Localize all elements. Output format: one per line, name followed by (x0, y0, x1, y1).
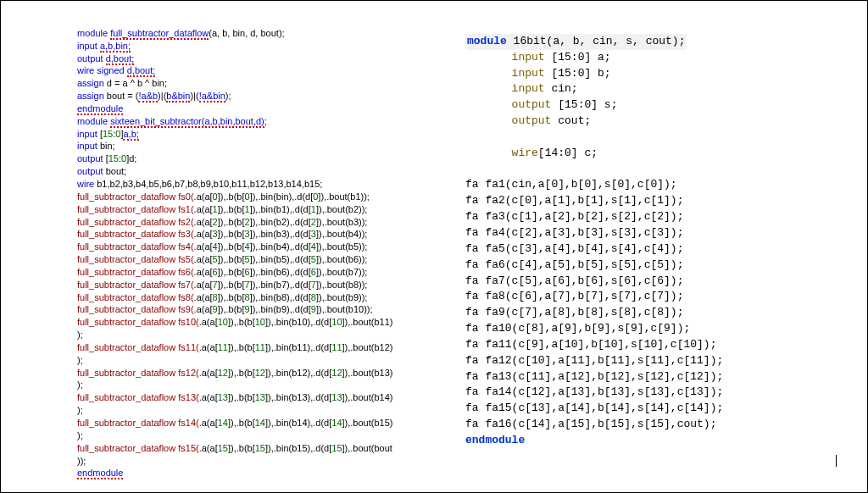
module-name: full_subtractor_dataflow (110, 28, 209, 40)
r-out-cout-tail: cout; (551, 114, 591, 127)
r-output-cout: output (512, 114, 552, 127)
r-in-cin-tail: cin; (545, 82, 578, 95)
wire-list: d,bout; (127, 65, 156, 77)
text-cursor (836, 455, 837, 467)
fa-line: fa fa5(c[3],a[4],b[4],s[4],c[4]); (465, 241, 852, 258)
output-bout: bout; (106, 166, 126, 176)
sp (465, 114, 512, 127)
r-in-b-tail: [15:0] b; (545, 67, 611, 80)
fs-line: full_subtractor_dataflow fs2(.a(a[2]),.b… (77, 216, 442, 229)
module2-name: sixteen_bit_subtractor(a,b,bin,bout,d) (110, 116, 264, 128)
bo-b: !a&b (138, 91, 158, 102)
fa-line: fa fa6(c[4],a[5],b[5],s[5],c[5]); (465, 258, 852, 274)
fs-line: full_subtractor_dataflow fs4(.a(a[4]),.b… (77, 241, 442, 253)
kw-output3: output (77, 166, 106, 176)
code-left-column: module full_subtractor_dataflow(a, b, bi… (77, 14, 442, 485)
assign-d: d = a ^ b ^ bin; (107, 78, 167, 88)
kw-output: output (77, 53, 106, 64)
sp (465, 82, 512, 95)
input-list: a,b,bin; (100, 41, 131, 53)
fa-line: fa fa7(c[5],a[6],b[6],s[6],c[6]); (465, 274, 852, 290)
fa-line: fa fa13(c[11],a[12],b[12],s[12],c[12]); (465, 369, 852, 385)
fs-line: full_subtractor_dataflow fs6(.a(a[6]),.b… (77, 266, 442, 279)
fa-line: fa fa4(c[2],a[3],b[3],s[3],c[3]); (465, 225, 852, 241)
input-bin: bin; (100, 141, 115, 151)
fs-line: full_subtractor_dataflow fs0(.a(a[0]),.b… (77, 191, 442, 203)
mod-args: (a, b, bin, d, bout); (209, 28, 284, 38)
r-input-a: input (512, 51, 545, 64)
fs-line-wrap: full_subtractor_dataflow fs10(.a(a[10]),… (77, 316, 442, 341)
fs-line-wrap: full_subtractor_dataflow fs13(.a(a[13]),… (77, 391, 442, 417)
fa-line: fa fa10(c[8],a[9],b[9],s[9],c[9]); (465, 321, 852, 337)
r-input-b: input (512, 67, 545, 80)
kw-assign: assign (77, 78, 107, 88)
bo-e: )|( (190, 91, 198, 101)
r-wire-tail: [14:0] c; (538, 147, 598, 159)
bo-c: )|( (158, 91, 166, 101)
kw-output2: output (77, 153, 106, 163)
sp (465, 98, 512, 111)
kw-input3: input (77, 141, 100, 151)
kw-assign2: assign (77, 91, 107, 101)
fs-line-wrap: full_subtractor_dataflow fs14(.a(a[14]),… (77, 417, 442, 442)
fs-line-wrap: full_subtractor_dataflow fs15(.a(a[15]),… (77, 442, 442, 468)
bo-f: !a&bin (199, 91, 225, 102)
fs-line: full_subtractor_dataflow fs9(.a(a[9]),.b… (77, 303, 442, 316)
endmodule1: endmodule (77, 103, 123, 115)
kw-wire: wire (77, 179, 97, 189)
i2-ab: a,b; (123, 129, 138, 141)
fa-line: fa fa16(c[14],a[15],b[15],s[15],cout); (465, 417, 852, 433)
fs-line-wrap: full_subtractor_dataflow fs12(.a(a[12]),… (77, 367, 442, 392)
kw-module2: module (77, 116, 110, 126)
fa-line: fa fa15(c[13],a[14],b[14],s[14],c[14]); (465, 401, 852, 417)
fa-line: fa fa14(c[12],a[13],b[13],s[13],c[13]); (465, 385, 852, 401)
code-page: module full_subtractor_dataflow(a, b, bi… (1, 1, 867, 492)
fa-instances: fa fa1(cin,a[0],b[0],s[0],c[0]);fa fa2(c… (465, 177, 852, 433)
wire-b1-b15: b1,b2,b3,b4,b5,b6,b7,b8,b9,b10,b11,b12,b… (97, 179, 322, 189)
o2-n1: 15 (108, 153, 119, 163)
fs-line: full_subtractor_dataflow fs7(.a(a[7]),.b… (77, 279, 442, 291)
sp (465, 51, 512, 64)
fs-line: full_subtractor_dataflow fs8(.a(a[8]),.b… (77, 291, 442, 304)
o2-c: ]d; (126, 153, 136, 163)
fs-line: full_subtractor_dataflow fs5(.a(a[5]),.b… (77, 253, 442, 266)
kw-input2: input (77, 129, 100, 139)
r-endmodule: endmodule (465, 434, 525, 446)
fs-instances: full_subtractor_dataflow fs0(.a(a[0]),.b… (77, 191, 442, 316)
kw-input: input (77, 41, 100, 51)
sp (465, 147, 512, 159)
bo-g: ); (225, 91, 231, 101)
fa-line: fa fa3(c[1],a[2],b[2],s[2],c[2]); (465, 209, 852, 225)
fa-line: fa fa1(cin,a[0],b[0],s[0],c[0]); (465, 177, 852, 193)
fsb-instances: full_subtractor_dataflow fs10(.a(a[10]),… (77, 316, 442, 467)
r-mod-tail: 16bit(a, b, cin, s, cout); (507, 35, 686, 47)
r-in-a-tail: [15:0] a; (545, 51, 611, 64)
fs-line-wrap: full_subtractor_dataflow fs11(.a(a[11]),… (77, 341, 442, 367)
output-list: d,bout; (106, 53, 135, 65)
r-wire: wire (512, 147, 538, 159)
fs-line: full_subtractor_dataflow fs3(.a(a[3]),.b… (77, 228, 442, 241)
fa-line: fa fa8(c[6],a[7],b[7],s[7],c[7]); (465, 289, 852, 305)
kw-wire-signed: wire signed (77, 65, 127, 75)
i2-n1: 15 (103, 129, 113, 139)
fa-line: fa fa12(c[10],a[11],b[11],s[11],c[11]); (465, 353, 852, 369)
code-right-column: module 16bit(a, b, cin, s, cout); input … (465, 14, 852, 485)
r-out-s-tail: [15:0] s; (551, 98, 617, 111)
m2-tail: ; (264, 116, 267, 126)
kw-module: module (77, 28, 110, 38)
r-output-s: output (512, 98, 552, 111)
fs-line: full_subtractor_dataflow fs1(.a(a[1]),.b… (77, 203, 442, 216)
fa-line: fa fa2(c[0],a[1],b[1],s[1],c[1]); (465, 193, 852, 209)
r-input-cin: input (512, 82, 545, 95)
fa-line: fa fa9(c[7],a[8],b[8],s[8],c[8]); (465, 305, 852, 321)
fa-line: fa fa11(c[9],a[10],b[10],s[10],c[10]); (465, 337, 852, 353)
bo-d: b&bin (166, 91, 190, 102)
bo-a: bout = ( (107, 91, 139, 101)
sp (465, 67, 512, 80)
r-kw-module: module (467, 35, 507, 47)
endmodule2: endmodule (77, 468, 123, 479)
